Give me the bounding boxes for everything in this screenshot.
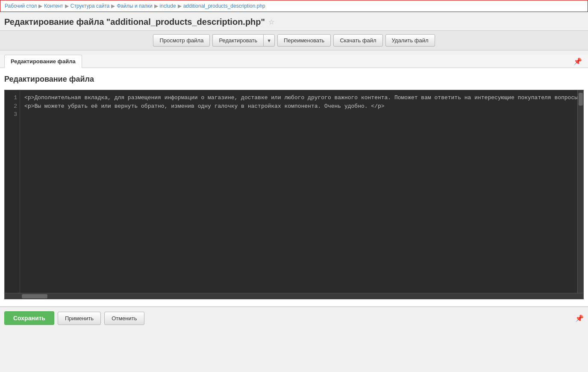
edit-button[interactable]: Редактировать (212, 34, 263, 47)
save-button[interactable]: Сохранить (4, 311, 54, 325)
pin-icon[interactable]: 📌 (572, 56, 584, 67)
favorite-star-icon[interactable]: ☆ (268, 18, 274, 26)
scroll-thumb-vertical[interactable] (579, 93, 583, 106)
bottom-pin-icon[interactable]: 📌 (575, 314, 584, 322)
edit-dropdown-button[interactable]: ▼ (263, 34, 275, 47)
breadcrumb-sep-5: ▶ (178, 3, 182, 9)
content-area: Редактирование файла 1 2 3 <p>Дополнител… (0, 68, 588, 307)
code-textarea[interactable]: <p>Дополнительная вкладка, для размещени… (20, 90, 577, 293)
delete-button[interactable]: Удалить файл (385, 34, 435, 47)
horizontal-scrollbar[interactable] (5, 293, 583, 299)
line-number-1: 1 (8, 94, 17, 102)
download-button[interactable]: Скачать файл (333, 34, 382, 47)
page-title: Редактирование файла "additional_product… (4, 17, 265, 27)
action-bar: Сохранить Применить Отменить 📌 (0, 307, 588, 329)
line-number-3: 3 (8, 110, 17, 119)
rename-button[interactable]: Переименовать (277, 34, 331, 47)
apply-button[interactable]: Применить (58, 312, 101, 325)
breadcrumb-current-file: additional_products_description.php (183, 3, 265, 9)
tab-bar: Редактирование файла 📌 (0, 55, 588, 68)
view-file-button[interactable]: Просмотр файла (153, 34, 210, 47)
breadcrumb-content[interactable]: Контент (44, 3, 63, 9)
scroll-thumb-horizontal[interactable] (22, 294, 47, 298)
breadcrumb-site-structure[interactable]: Структура сайта (71, 3, 110, 9)
code-editor[interactable]: 1 2 3 <p>Дополнительная вкладка, для раз… (4, 90, 584, 299)
toolbar: Просмотр файла Редактировать ▼ Переимено… (0, 30, 588, 50)
vertical-scrollbar[interactable] (577, 90, 583, 293)
breadcrumb-sep-4: ▶ (154, 3, 158, 9)
line-number-2: 2 (8, 102, 17, 111)
breadcrumb: Рабочий стол ▶ Контент ▶ Структура сайта… (0, 0, 588, 12)
page-title-area: Редактирование файла "additional_product… (0, 12, 588, 30)
breadcrumb-sep-3: ▶ (111, 3, 115, 9)
breadcrumb-files-folders[interactable]: Файлы и папки (117, 3, 152, 9)
cancel-button[interactable]: Отменить (104, 312, 144, 325)
line-numbers: 1 2 3 (5, 90, 20, 293)
breadcrumb-sep-2: ▶ (65, 3, 69, 9)
breadcrumb-sep-1: ▶ (38, 3, 42, 9)
breadcrumb-desktop[interactable]: Рабочий стол (5, 3, 37, 9)
edit-split-button: Редактировать ▼ (212, 34, 275, 47)
tab-edit-file[interactable]: Редактирование файла (4, 55, 82, 68)
section-title: Редактирование файла (4, 75, 584, 84)
breadcrumb-include[interactable]: include (160, 3, 176, 9)
